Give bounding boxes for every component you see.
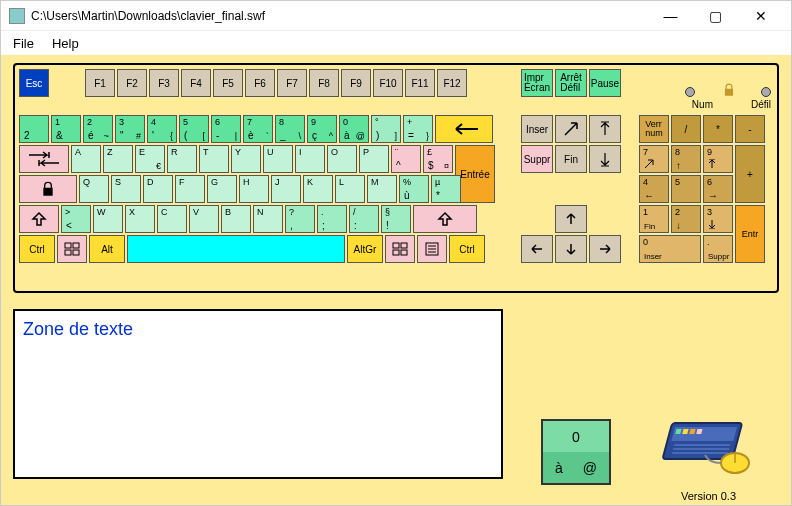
- key-enter[interactable]: Entrée: [455, 145, 495, 203]
- close-button[interactable]: ✕: [738, 3, 783, 29]
- key-t[interactable]: T: [199, 145, 229, 173]
- minimize-button[interactable]: —: [648, 3, 693, 29]
- key-arrow-left[interactable]: [521, 235, 553, 263]
- key-arrow-up[interactable]: [555, 205, 587, 233]
- key-alt[interactable]: Alt: [89, 235, 125, 263]
- key-g[interactable]: G: [207, 175, 237, 203]
- key-f10[interactable]: F10: [373, 69, 403, 97]
- key-altgr[interactable]: AltGr: [347, 235, 383, 263]
- key-7[interactable]: 7è`: [243, 115, 273, 143]
- key-k[interactable]: K: [303, 175, 333, 203]
- key-f9[interactable]: F9: [341, 69, 371, 97]
- key-9[interactable]: 9ç^: [307, 115, 337, 143]
- key-numlock[interactable]: Verr num: [639, 115, 669, 143]
- key-6[interactable]: 6-|: [211, 115, 241, 143]
- key-percent[interactable]: %ù: [399, 175, 429, 203]
- key-u[interactable]: U: [263, 145, 293, 173]
- key-pagedown[interactable]: [589, 145, 621, 173]
- key-ctrl-right[interactable]: Ctrl: [449, 235, 485, 263]
- key-f[interactable]: F: [175, 175, 205, 203]
- key-p[interactable]: P: [359, 145, 389, 173]
- key-caret[interactable]: ¨^: [391, 145, 421, 173]
- key-numpad-2[interactable]: 2↓: [671, 205, 701, 233]
- key-2[interactable]: 2é~: [83, 115, 113, 143]
- key-0[interactable]: 0à@: [339, 115, 369, 143]
- maximize-button[interactable]: ▢: [693, 3, 738, 29]
- key-numpad-plus[interactable]: +: [735, 145, 765, 203]
- key-n[interactable]: N: [253, 205, 283, 233]
- key-pause[interactable]: Pause: [589, 69, 621, 97]
- menu-help[interactable]: Help: [52, 36, 79, 51]
- key-numpad-3[interactable]: 3: [703, 205, 733, 233]
- key-numpad-0[interactable]: 0Inser: [639, 235, 701, 263]
- key-backspace[interactable]: [435, 115, 493, 143]
- key-end[interactable]: Fin: [555, 145, 587, 173]
- key-numpad-7[interactable]: 7: [639, 145, 669, 173]
- key-pageup[interactable]: [589, 115, 621, 143]
- key-home[interactable]: [555, 115, 587, 143]
- key-5[interactable]: 5([: [179, 115, 209, 143]
- key-question[interactable]: ?,: [285, 205, 315, 233]
- key-m[interactable]: M: [367, 175, 397, 203]
- key-numpad-4[interactable]: 4←: [639, 175, 669, 203]
- key-j[interactable]: J: [271, 175, 301, 203]
- key-3[interactable]: 3"#: [115, 115, 145, 143]
- key-numpad-div[interactable]: /: [671, 115, 701, 143]
- key-x[interactable]: X: [125, 205, 155, 233]
- key-arrow-right[interactable]: [589, 235, 621, 263]
- key-4[interactable]: 4'{: [147, 115, 177, 143]
- menu-file[interactable]: File: [13, 36, 34, 51]
- key-y[interactable]: Y: [231, 145, 261, 173]
- key-numpad-enter[interactable]: Entr: [735, 205, 765, 263]
- key-f3[interactable]: F3: [149, 69, 179, 97]
- key-scroll-lock[interactable]: Arrêt Défil: [555, 69, 587, 97]
- key-numpad-6[interactable]: 6→: [703, 175, 733, 203]
- key-r[interactable]: R: [167, 145, 197, 173]
- key-section[interactable]: §!: [381, 205, 411, 233]
- key-lessthan[interactable]: ><: [61, 205, 91, 233]
- key-arrow-down[interactable]: [555, 235, 587, 263]
- key-shift-right[interactable]: [413, 205, 477, 233]
- text-zone[interactable]: Zone de texte: [13, 309, 503, 479]
- key-f8[interactable]: F8: [309, 69, 339, 97]
- key-z[interactable]: Z: [103, 145, 133, 173]
- key-1[interactable]: 1&: [51, 115, 81, 143]
- key-numpad-dot[interactable]: .Suppr: [703, 235, 733, 263]
- key-shift-left[interactable]: [19, 205, 59, 233]
- key-e[interactable]: E€: [135, 145, 165, 173]
- key-squared[interactable]: 2: [19, 115, 49, 143]
- key-f5[interactable]: F5: [213, 69, 243, 97]
- key-o[interactable]: O: [327, 145, 357, 173]
- key-h[interactable]: H: [239, 175, 269, 203]
- key-degree[interactable]: °)]: [371, 115, 401, 143]
- key-ctrl-left[interactable]: Ctrl: [19, 235, 55, 263]
- key-f2[interactable]: F2: [117, 69, 147, 97]
- key-period[interactable]: .;: [317, 205, 347, 233]
- key-f12[interactable]: F12: [437, 69, 467, 97]
- key-print-screen[interactable]: Impr Écran: [521, 69, 553, 97]
- key-win-right[interactable]: [385, 235, 415, 263]
- key-d[interactable]: D: [143, 175, 173, 203]
- key-s[interactable]: S: [111, 175, 141, 203]
- key-f7[interactable]: F7: [277, 69, 307, 97]
- key-win-left[interactable]: [57, 235, 87, 263]
- key-numpad-5[interactable]: 5: [671, 175, 701, 203]
- key-capslock[interactable]: [19, 175, 77, 203]
- key-slash[interactable]: /:: [349, 205, 379, 233]
- key-q[interactable]: Q: [79, 175, 109, 203]
- key-8[interactable]: 8_\: [275, 115, 305, 143]
- key-tab[interactable]: [19, 145, 69, 173]
- key-f11[interactable]: F11: [405, 69, 435, 97]
- key-numpad-9[interactable]: 9: [703, 145, 733, 173]
- key-space[interactable]: [127, 235, 345, 263]
- key-f4[interactable]: F4: [181, 69, 211, 97]
- key-c[interactable]: C: [157, 205, 187, 233]
- key-dollar[interactable]: £$¤: [423, 145, 453, 173]
- key-w[interactable]: W: [93, 205, 123, 233]
- key-l[interactable]: L: [335, 175, 365, 203]
- key-v[interactable]: V: [189, 205, 219, 233]
- key-i[interactable]: I: [295, 145, 325, 173]
- key-numpad-mul[interactable]: *: [703, 115, 733, 143]
- key-numpad-sub[interactable]: -: [735, 115, 765, 143]
- key-context-menu[interactable]: [417, 235, 447, 263]
